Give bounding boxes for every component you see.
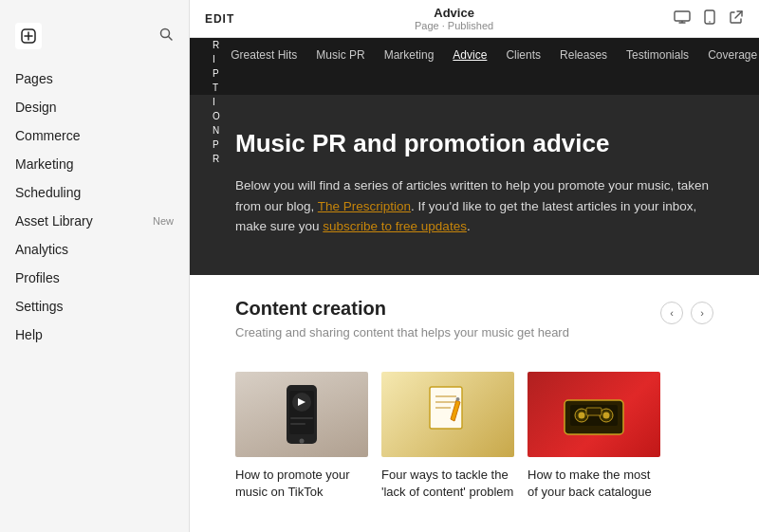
page-status: Page · Published	[415, 20, 493, 31]
section-header: Content creation Creating and sharing co…	[235, 298, 713, 357]
svg-point-7	[709, 21, 711, 23]
svg-point-28	[603, 412, 610, 418]
sidebar-item-design[interactable]: Design	[0, 93, 189, 121]
carousel-controls: ‹ ›	[660, 302, 713, 324]
main-area: EDIT Advice Page · Published	[190, 0, 759, 532]
card-tiktok-caption: How to promote your music on TikTok	[235, 467, 368, 501]
site-nav-coverage[interactable]: Coverage	[698, 45, 759, 65]
card-cassette-caption: How to make the most of your back catalo…	[528, 467, 660, 501]
sidebar-item-marketing[interactable]: Marketing	[0, 150, 189, 178]
sidebar-item-commerce[interactable]: Commerce	[0, 121, 189, 150]
svg-point-26	[579, 412, 585, 418]
site-nav-marketing[interactable]: Marketing	[375, 45, 444, 65]
sidebar-item-profiles[interactable]: Profiles	[0, 264, 189, 292]
carousel-next-button[interactable]: ›	[691, 302, 713, 324]
site-nav-clients[interactable]: Clients	[496, 45, 550, 65]
site-nav-links-top: Greatest Hits Music PR Marketing Advice …	[221, 45, 759, 65]
site-logo: P R E S C R I P T I O N P R	[213, 38, 221, 166]
section-title: Content creation	[235, 298, 569, 320]
cards-row: How to promote your music on TikTok	[235, 372, 713, 501]
section-title-group: Content creation Creating and sharing co…	[235, 298, 569, 357]
svg-point-22	[456, 397, 460, 401]
sidebar-item-analytics[interactable]: Analytics	[0, 235, 189, 264]
sidebar-header	[0, 15, 189, 64]
card-cassette: How to make the most of your back catalo…	[528, 372, 660, 501]
card-tiktok: How to promote your music on TikTok	[235, 372, 368, 501]
squarespace-logo	[15, 23, 42, 49]
card-writing-image	[381, 372, 514, 457]
svg-rect-29	[586, 408, 602, 415]
topbar-icons	[674, 9, 744, 28]
website-preview: P R E S C R I P T I O N P R Greatest Hit…	[190, 38, 759, 532]
site-nav-releases[interactable]: Releases	[550, 45, 617, 65]
external-link-icon[interactable]	[729, 9, 744, 28]
prescription-link[interactable]: The Prescription	[318, 199, 411, 213]
svg-point-14	[300, 438, 305, 443]
svg-line-8	[735, 11, 742, 18]
svg-rect-3	[675, 11, 690, 21]
sidebar-item-pages[interactable]: Pages	[0, 64, 189, 93]
sidebar-item-help[interactable]: Help	[0, 321, 189, 349]
sidebar: Pages Design Commerce Marketing Scheduli…	[0, 0, 190, 532]
carousel-prev-button[interactable]: ‹	[660, 302, 683, 324]
sidebar-item-asset-library[interactable]: Asset Library New	[0, 207, 189, 235]
site-nav-advice[interactable]: Advice	[443, 45, 496, 65]
card-cassette-image	[528, 372, 660, 457]
svg-rect-16	[290, 417, 313, 419]
search-icon[interactable]	[158, 27, 174, 46]
new-badge: New	[153, 215, 174, 227]
subscribe-link[interactable]: subscribe to free updates	[323, 219, 467, 233]
site-nav-container: Greatest Hits Music PR Marketing Advice …	[221, 45, 759, 88]
page-title: Advice	[434, 6, 474, 20]
topbar-center: Advice Page · Published	[415, 6, 493, 31]
sidebar-nav: Pages Design Commerce Marketing Scheduli…	[0, 64, 189, 349]
desktop-view-icon[interactable]	[674, 10, 691, 28]
page-content: Music PR and promotion advice Below you …	[190, 95, 759, 275]
card-tiktok-image	[235, 372, 368, 457]
sidebar-item-settings[interactable]: Settings	[0, 292, 189, 321]
site-nav-testimonials[interactable]: Testimonials	[617, 45, 698, 65]
svg-line-2	[169, 37, 173, 41]
svg-rect-17	[290, 423, 305, 425]
topbar: EDIT Advice Page · Published	[190, 0, 759, 38]
site-navbar: P R E S C R I P T I O N P R Greatest Hit…	[190, 38, 759, 95]
mobile-view-icon[interactable]	[704, 9, 715, 28]
sidebar-item-scheduling[interactable]: Scheduling	[0, 178, 189, 207]
section-subtitle: Creating and sharing content that helps …	[235, 325, 569, 339]
page-heading: Music PR and promotion advice	[235, 129, 713, 158]
content-section: Content creation Creating and sharing co…	[190, 275, 759, 531]
card-writing-caption: Four ways to tackle the 'lack of content…	[381, 467, 514, 501]
site-nav-greatest-hits[interactable]: Greatest Hits	[221, 45, 306, 65]
edit-label[interactable]: EDIT	[205, 12, 234, 26]
site-nav-music-pr[interactable]: Music PR	[306, 45, 374, 65]
page-body-text: Below you will find a series of articles…	[235, 175, 713, 237]
card-writing: Four ways to tackle the 'lack of content…	[381, 372, 514, 501]
